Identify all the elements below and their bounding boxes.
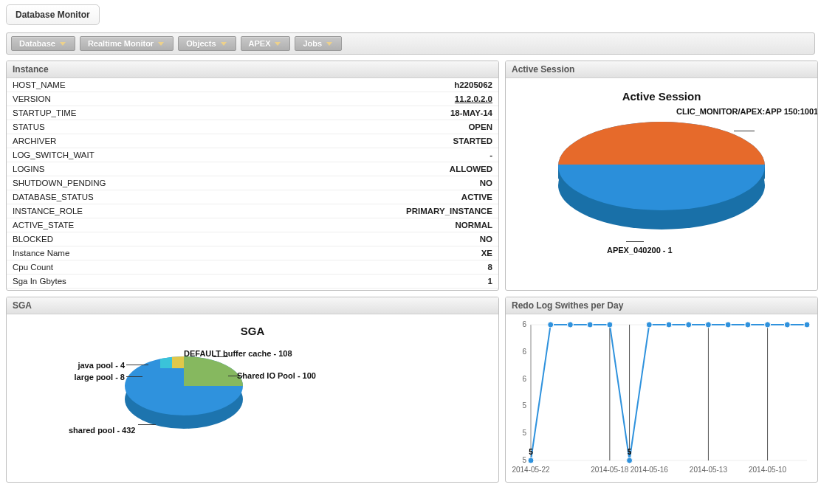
sga-label-shared-pool: shared pool - 432 <box>69 426 135 435</box>
svg-text:6: 6 <box>786 319 790 320</box>
instance-row-value: ACTIVE <box>461 192 492 202</box>
sga-label-buffer-cache: DEFAULT buffer cache - 108 <box>184 349 292 358</box>
chevron-down-icon <box>275 42 281 46</box>
instance-row-key: LOGINS <box>13 164 44 174</box>
svg-text:5: 5 <box>522 401 526 410</box>
instance-row: STATUSOPEN <box>7 120 498 134</box>
sga-chart-title: SGA <box>14 325 491 337</box>
menu-objects[interactable]: Objects <box>178 36 236 51</box>
instance-row-value: XE <box>481 248 492 258</box>
instance-row-value: NORMAL <box>456 220 492 230</box>
svg-text:5: 5 <box>522 456 526 464</box>
svg-text:2014-05-22: 2014-05-22 <box>512 466 550 474</box>
instance-row-key: STARTUP_TIME <box>13 108 76 118</box>
svg-point-31 <box>705 322 711 328</box>
svg-point-37 <box>765 322 771 328</box>
instance-row-key: BLOCKED <box>13 234 53 244</box>
active-session-label-top: CLIC_MONITOR/APEX:APP 150:1001 - <box>676 107 818 116</box>
instance-row-key: VERSION <box>13 94 51 104</box>
svg-text:6: 6 <box>766 319 770 320</box>
svg-text:6: 6 <box>549 319 553 320</box>
instance-body: HOST_NAMEh2205062VERSION11.2.0.2.0STARTU… <box>7 78 498 291</box>
sga-chart: SGA java pool - 4 large pool - 8 shared … <box>7 314 498 483</box>
region-header-instance: Instance <box>7 61 498 78</box>
region-active-session: Active Session Active Session CLIC_MONIT… <box>505 61 818 291</box>
svg-point-39 <box>784 322 790 328</box>
svg-point-19 <box>587 322 593 328</box>
instance-row: INSTANCE_ROLEPRIMARY_INSTANCE <box>7 204 498 218</box>
instance-row-key: ARCHIVER <box>13 136 56 146</box>
menu-jobs[interactable]: Jobs <box>295 36 342 51</box>
instance-row-key: Instance Name <box>13 248 69 258</box>
instance-row-value[interactable]: 11.2.0.2.0 <box>455 94 492 104</box>
svg-text:6: 6 <box>707 319 711 320</box>
instance-row: HOST_NAMEh2205062 <box>7 78 498 92</box>
svg-text:6: 6 <box>522 320 526 328</box>
svg-text:5: 5 <box>628 448 632 456</box>
instance-row: LOG_SWITCH_WAIT- <box>7 148 498 162</box>
instance-row-value[interactable]: 5 <box>488 290 492 291</box>
svg-text:6: 6 <box>588 319 592 320</box>
instance-row-key: SHUTDOWN_PENDING <box>13 178 106 188</box>
instance-row-key: STATUS <box>13 122 45 132</box>
instance-row-key: ACTIVE_STATE <box>13 220 74 230</box>
menu-realtime-monitor[interactable]: Realtime Monitor <box>80 36 174 51</box>
menu-apex[interactable]: APEX <box>241 36 291 51</box>
svg-point-25 <box>646 322 652 328</box>
instance-row-value: OPEN <box>468 122 492 132</box>
svg-text:6: 6 <box>522 375 526 383</box>
instance-row: DATABASE_STATUSACTIVE <box>7 190 498 204</box>
instance-row-key: Sga In Gbytes <box>13 276 66 286</box>
instance-row-value: PRIMARY_INSTANCE <box>406 206 492 216</box>
instance-row: VERSION11.2.0.2.0 <box>7 92 498 106</box>
instance-row: Cpu Count8 <box>7 260 498 275</box>
instance-row-key: DATABASE_STATUS <box>13 192 94 202</box>
instance-row-value: 8 <box>488 262 492 272</box>
instance-row: Instance NameXE <box>7 246 498 260</box>
instance-row: SHUTDOWN_PENDINGNO <box>7 176 498 190</box>
instance-row-key: Cpu Count <box>13 262 53 272</box>
svg-point-41 <box>804 322 810 328</box>
redo-chart: 6665555666656666666662014-05-222014-05-1… <box>506 314 817 477</box>
svg-point-27 <box>666 322 672 328</box>
svg-point-23 <box>627 458 633 463</box>
chevron-down-icon <box>326 42 332 46</box>
svg-text:5: 5 <box>529 448 533 456</box>
instance-row-value: NO <box>480 178 492 188</box>
region-header-active-session: Active Session <box>506 61 817 78</box>
instance-row: Sga In Gbytes1 <box>7 275 498 289</box>
svg-point-29 <box>686 322 692 328</box>
instance-row-value: 18-MAY-14 <box>450 108 492 118</box>
menu-database[interactable]: Database <box>11 36 75 51</box>
svg-text:2014-05-13: 2014-05-13 <box>690 466 728 474</box>
menu-realtime-label: Realtime Monitor <box>88 39 154 48</box>
app-title-pill[interactable]: Database Monitor <box>6 4 100 25</box>
svg-point-21 <box>607 322 613 328</box>
chevron-down-icon <box>221 42 227 46</box>
active-session-label-bottom: APEX_040200 - 1 <box>607 246 673 255</box>
chevron-down-icon <box>158 42 164 46</box>
svg-text:2014-05-18: 2014-05-18 <box>591 466 629 474</box>
instance-row-value: - <box>489 150 492 160</box>
svg-text:6: 6 <box>647 319 652 320</box>
svg-point-13 <box>528 458 534 463</box>
instance-row: ACTIVE_STATENORMAL <box>7 218 498 232</box>
svg-text:5: 5 <box>522 429 526 437</box>
menu-jobs-label: Jobs <box>303 39 322 48</box>
svg-text:2014-05-10: 2014-05-10 <box>749 466 787 474</box>
instance-row-key: LOG_SWITCH_WAIT <box>13 150 95 160</box>
sga-label-shared-io: Shared IO Pool - 100 <box>237 371 316 380</box>
instance-row: STARTUP_TIME18-MAY-14 <box>7 106 498 120</box>
instance-row: BLOCKEDNO <box>7 232 498 246</box>
instance-row-value: h2205062 <box>454 80 492 90</box>
instance-row: LOGINSALLOWED <box>7 162 498 176</box>
svg-text:6: 6 <box>805 319 809 320</box>
instance-row-key: Filesize In Gbyte <box>13 290 76 291</box>
region-header-sga: SGA <box>7 297 498 314</box>
menu-apex-label: APEX <box>249 39 271 48</box>
menu-database-label: Database <box>19 39 55 48</box>
svg-point-15 <box>548 322 554 328</box>
instance-row-value: NO <box>480 234 492 244</box>
instance-row-value: STARTED <box>453 136 492 146</box>
region-instance: Instance HOST_NAMEh2205062VERSION11.2.0.… <box>6 61 499 291</box>
